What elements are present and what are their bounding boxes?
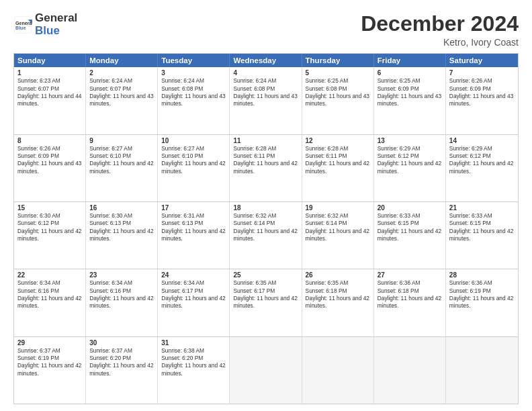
day-info: Sunrise: 6:35 AMSunset: 6:18 PMDaylight:… [306, 279, 370, 310]
day-number: 25 [233, 271, 298, 279]
calendar-day: 5Sunrise: 6:25 AMSunset: 6:08 PMDaylight… [302, 67, 374, 134]
day-number: 30 [89, 339, 154, 347]
day-info: Sunrise: 6:28 AMSunset: 6:11 PMDaylight:… [306, 145, 370, 175]
day-info: Sunrise: 6:23 AMSunset: 6:07 PMDaylight:… [17, 77, 82, 107]
calendar-day: 25Sunrise: 6:35 AMSunset: 6:17 PMDayligh… [230, 269, 302, 336]
day-number: 11 [233, 137, 298, 144]
day-number: 20 [378, 204, 442, 212]
day-number: 17 [161, 204, 226, 212]
calendar-day-empty [446, 337, 518, 404]
calendar-day: 6Sunrise: 6:25 AMSunset: 6:09 PMDaylight… [374, 67, 446, 134]
day-info: Sunrise: 6:32 AMSunset: 6:14 PMDaylight:… [233, 212, 298, 242]
day-number: 18 [233, 204, 298, 212]
calendar-day: 12Sunrise: 6:28 AMSunset: 6:11 PMDayligh… [302, 135, 374, 201]
calendar-header-cell: Tuesday [158, 54, 230, 67]
day-number: 7 [449, 69, 515, 77]
calendar-day: 20Sunrise: 6:33 AMSunset: 6:15 PMDayligh… [374, 202, 446, 269]
day-info: Sunrise: 6:33 AMSunset: 6:15 PMDaylight:… [449, 212, 515, 242]
day-info: Sunrise: 6:25 AMSunset: 6:08 PMDaylight:… [306, 77, 370, 107]
day-number: 23 [89, 271, 154, 279]
title-block: December 2024 Ketro, Ivory Coast [361, 12, 519, 48]
header: General Blue General Blue December 2024 … [13, 12, 519, 48]
day-number: 6 [378, 69, 442, 77]
day-info: Sunrise: 6:38 AMSunset: 6:20 PMDaylight:… [161, 347, 226, 377]
calendar-day: 24Sunrise: 6:34 AMSunset: 6:17 PMDayligh… [158, 269, 230, 336]
day-info: Sunrise: 6:26 AMSunset: 6:09 PMDaylight:… [17, 145, 82, 175]
calendar-day: 30Sunrise: 6:37 AMSunset: 6:20 PMDayligh… [86, 337, 158, 404]
calendar-week: 15Sunrise: 6:30 AMSunset: 6:12 PMDayligh… [14, 201, 518, 269]
day-info: Sunrise: 6:35 AMSunset: 6:17 PMDaylight:… [233, 279, 298, 310]
day-number: 2 [89, 69, 154, 77]
day-info: Sunrise: 6:24 AMSunset: 6:07 PMDaylight:… [89, 77, 154, 107]
calendar-day: 28Sunrise: 6:36 AMSunset: 6:19 PMDayligh… [446, 269, 518, 336]
calendar-day: 3Sunrise: 6:24 AMSunset: 6:08 PMDaylight… [158, 67, 230, 134]
calendar-week: 1Sunrise: 6:23 AMSunset: 6:07 PMDaylight… [14, 67, 518, 134]
logo-text: General Blue [35, 12, 77, 37]
calendar-day-empty [302, 337, 374, 404]
day-number: 15 [17, 204, 82, 212]
calendar-day: 31Sunrise: 6:38 AMSunset: 6:20 PMDayligh… [158, 337, 230, 404]
day-number: 27 [378, 271, 442, 279]
day-number: 21 [449, 204, 515, 212]
calendar-day: 15Sunrise: 6:30 AMSunset: 6:12 PMDayligh… [14, 202, 86, 269]
day-number: 29 [17, 339, 82, 347]
day-info: Sunrise: 6:29 AMSunset: 6:12 PMDaylight:… [378, 145, 442, 175]
day-info: Sunrise: 6:24 AMSunset: 6:08 PMDaylight:… [161, 77, 226, 107]
day-info: Sunrise: 6:34 AMSunset: 6:17 PMDaylight:… [161, 279, 226, 310]
calendar-header-cell: Wednesday [230, 54, 302, 67]
day-number: 19 [306, 204, 370, 212]
calendar-header-cell: Sunday [14, 54, 86, 67]
day-info: Sunrise: 6:29 AMSunset: 6:12 PMDaylight:… [449, 145, 515, 175]
day-number: 9 [89, 137, 154, 144]
day-info: Sunrise: 6:36 AMSunset: 6:18 PMDaylight:… [378, 279, 442, 310]
calendar-day: 26Sunrise: 6:35 AMSunset: 6:18 PMDayligh… [302, 269, 374, 336]
day-info: Sunrise: 6:27 AMSunset: 6:10 PMDaylight:… [89, 145, 154, 175]
calendar-day: 8Sunrise: 6:26 AMSunset: 6:09 PMDaylight… [14, 135, 86, 201]
calendar-header-cell: Saturday [446, 54, 518, 67]
calendar-day: 1Sunrise: 6:23 AMSunset: 6:07 PMDaylight… [14, 67, 86, 134]
calendar-week: 8Sunrise: 6:26 AMSunset: 6:09 PMDaylight… [14, 134, 518, 201]
day-info: Sunrise: 6:33 AMSunset: 6:15 PMDaylight:… [378, 212, 442, 242]
main-title: December 2024 [361, 12, 519, 36]
calendar-day: 13Sunrise: 6:29 AMSunset: 6:12 PMDayligh… [374, 135, 446, 201]
calendar-body: 1Sunrise: 6:23 AMSunset: 6:07 PMDaylight… [14, 67, 518, 404]
calendar-header: SundayMondayTuesdayWednesdayThursdayFrid… [14, 54, 518, 67]
day-number: 16 [89, 204, 154, 212]
day-info: Sunrise: 6:28 AMSunset: 6:11 PMDaylight:… [233, 145, 298, 175]
calendar-day: 21Sunrise: 6:33 AMSunset: 6:15 PMDayligh… [446, 202, 518, 269]
page: General Blue General Blue December 2024 … [0, 0, 532, 411]
subtitle: Ketro, Ivory Coast [361, 37, 519, 48]
day-number: 5 [306, 69, 370, 77]
calendar-day: 29Sunrise: 6:37 AMSunset: 6:19 PMDayligh… [14, 337, 86, 404]
day-number: 24 [161, 271, 226, 279]
calendar-day: 23Sunrise: 6:34 AMSunset: 6:16 PMDayligh… [86, 269, 158, 336]
day-number: 13 [378, 137, 442, 144]
calendar-day: 16Sunrise: 6:30 AMSunset: 6:13 PMDayligh… [86, 202, 158, 269]
day-number: 26 [306, 271, 370, 279]
day-info: Sunrise: 6:30 AMSunset: 6:13 PMDaylight:… [89, 212, 154, 242]
calendar-day: 11Sunrise: 6:28 AMSunset: 6:11 PMDayligh… [230, 135, 302, 201]
calendar-day: 4Sunrise: 6:24 AMSunset: 6:08 PMDaylight… [230, 67, 302, 134]
calendar-header-cell: Monday [86, 54, 158, 67]
day-info: Sunrise: 6:36 AMSunset: 6:19 PMDaylight:… [449, 279, 515, 310]
day-info: Sunrise: 6:37 AMSunset: 6:20 PMDaylight:… [89, 347, 154, 377]
day-info: Sunrise: 6:31 AMSunset: 6:13 PMDaylight:… [161, 212, 226, 242]
day-number: 1 [17, 69, 82, 77]
day-number: 31 [161, 339, 226, 347]
day-number: 12 [306, 137, 370, 144]
day-number: 8 [17, 137, 82, 144]
day-info: Sunrise: 6:34 AMSunset: 6:16 PMDaylight:… [17, 279, 82, 310]
day-info: Sunrise: 6:24 AMSunset: 6:08 PMDaylight:… [233, 77, 298, 107]
logo: General Blue General Blue [13, 12, 77, 37]
day-info: Sunrise: 6:30 AMSunset: 6:12 PMDaylight:… [17, 212, 82, 242]
day-info: Sunrise: 6:34 AMSunset: 6:16 PMDaylight:… [89, 279, 154, 310]
day-info: Sunrise: 6:25 AMSunset: 6:09 PMDaylight:… [378, 77, 442, 107]
calendar-day: 18Sunrise: 6:32 AMSunset: 6:14 PMDayligh… [230, 202, 302, 269]
calendar-day-empty [230, 337, 302, 404]
day-number: 10 [161, 137, 226, 144]
calendar-day: 27Sunrise: 6:36 AMSunset: 6:18 PMDayligh… [374, 269, 446, 336]
calendar-day: 9Sunrise: 6:27 AMSunset: 6:10 PMDaylight… [86, 135, 158, 201]
calendar-day: 22Sunrise: 6:34 AMSunset: 6:16 PMDayligh… [14, 269, 86, 336]
svg-text:Blue: Blue [15, 26, 26, 30]
calendar-week: 29Sunrise: 6:37 AMSunset: 6:19 PMDayligh… [14, 336, 518, 404]
